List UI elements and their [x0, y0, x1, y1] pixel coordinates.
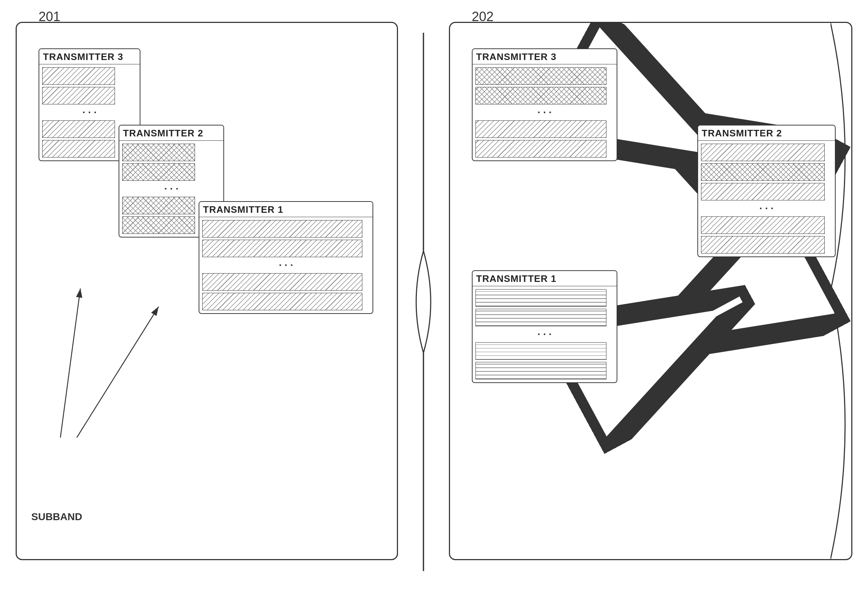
subband-r-tx3-2 [475, 87, 607, 104]
subband-tx1-2 [202, 240, 363, 257]
subband-label: SUBBAND [31, 511, 82, 522]
left-panel-label: 201 [38, 9, 60, 25]
subband-r-tx2-4 [701, 217, 825, 234]
subband-r-tx2-2 [701, 163, 825, 181]
tx1-left-title: TRANSMITTER 1 [199, 202, 373, 217]
dots-tx1: · · · [202, 260, 370, 271]
subband-r-tx1-4 [475, 362, 607, 379]
svg-line-1 [60, 289, 80, 438]
subband-r-tx3-1 [475, 67, 607, 85]
tx1-right-title: TRANSMITTER 1 [473, 271, 617, 286]
tx2-right-title: TRANSMITTER 2 [698, 126, 835, 141]
dots-r-tx3: · · · [475, 107, 614, 118]
tx1-left-block: TRANSMITTER 1 · · · [199, 201, 373, 314]
tx3-right-block: TRANSMITTER 3 · · · [472, 48, 618, 161]
dots-tx2: · · · [122, 183, 220, 195]
right-panel-label: 202 [472, 9, 494, 25]
subband-tx1-4 [202, 293, 363, 310]
left-panel: 201 TRANSMITTER 3 · · · [15, 22, 398, 560]
subband-tx3-1 [42, 67, 115, 85]
subband-r-tx3-3 [475, 120, 607, 138]
dots-tx3: · · · [42, 107, 137, 118]
subband-tx2-3 [122, 197, 195, 214]
dots-r-tx1: · · · [475, 329, 614, 340]
subband-tx1-1 [202, 220, 363, 238]
subband-tx3-3 [42, 120, 115, 138]
subband-tx2-2 [122, 163, 195, 181]
tx1-right-block: TRANSMITTER 1 · · · [472, 270, 618, 383]
tx3-left-title: TRANSMITTER 3 [39, 49, 140, 64]
right-curve-svg [831, 23, 853, 559]
subband-r-tx1-1 [475, 289, 607, 307]
subband-tx2-1 [122, 144, 195, 161]
right-panel: 202 [449, 22, 853, 560]
divider-area [409, 22, 438, 582]
tx2-left-title: TRANSMITTER 2 [119, 126, 223, 141]
subband-tx1-3 [202, 273, 363, 291]
tx2-right-block: TRANSMITTER 2 · · · [697, 125, 836, 257]
subband-r-tx2-1 [701, 144, 825, 161]
dots-r-tx2: · · · [701, 203, 832, 214]
main-container: 201 TRANSMITTER 3 · · · [15, 22, 853, 582]
subband-r-tx2-3 [701, 183, 825, 200]
subband-r-tx1-3 [475, 342, 607, 360]
divider-svg [409, 33, 438, 571]
subband-r-tx1-2 [475, 309, 607, 326]
tx3-right-title: TRANSMITTER 3 [473, 49, 617, 64]
subband-r-tx2-5 [701, 236, 825, 253]
svg-line-9 [647, 299, 741, 350]
svg-line-10 [647, 299, 741, 350]
subband-tx2-4 [122, 217, 195, 234]
subband-label-container: SUBBAND [31, 511, 82, 523]
subband-r-tx3-4 [475, 140, 607, 158]
svg-line-2 [77, 307, 158, 438]
subband-tx3-4 [42, 140, 115, 158]
subband-tx3-2 [42, 87, 115, 104]
